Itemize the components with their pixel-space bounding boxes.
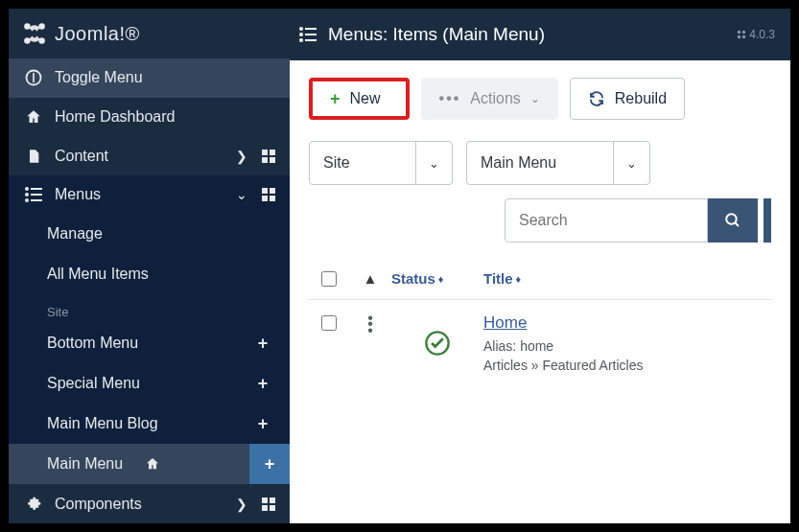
- chevron-right-icon: ❯: [236, 497, 247, 512]
- filter-options-button[interactable]: [764, 198, 771, 243]
- list-icon: [22, 187, 45, 202]
- search-button[interactable]: [708, 198, 758, 243]
- sort-icon: ♦: [516, 273, 522, 285]
- toggle-menu[interactable]: Toggle Menu: [9, 58, 290, 98]
- svg-rect-17: [270, 188, 275, 194]
- svg-line-35: [735, 222, 739, 226]
- table-header: ▲ Status ♦ Title ♦: [309, 258, 771, 300]
- joomla-logo-icon: [22, 21, 47, 46]
- svg-rect-25: [305, 28, 317, 30]
- chevron-down-icon: ⌄: [613, 142, 649, 184]
- svg-point-24: [299, 27, 303, 31]
- menu-select[interactable]: Main Menu ⌄: [466, 141, 650, 185]
- brand[interactable]: Joomla!®: [9, 9, 290, 58]
- plus-icon: +: [330, 90, 341, 107]
- sidebar-item-menus[interactable]: Menus ⌄: [9, 175, 290, 215]
- svg-point-12: [25, 193, 29, 197]
- filter-bar: Site ⌄ Main Menu ⌄: [290, 133, 790, 185]
- search-row: [290, 185, 790, 243]
- client-select[interactable]: Site ⌄: [309, 141, 453, 185]
- home-icon: [22, 108, 45, 126]
- submenu-main-menu-blog[interactable]: Main Menu Blog +: [9, 404, 290, 444]
- add-icon[interactable]: +: [249, 410, 276, 437]
- topbar: Menus: Items (Main Menu) 4.0.3: [290, 9, 790, 60]
- refresh-icon: [588, 90, 605, 107]
- svg-rect-11: [31, 188, 42, 190]
- svg-point-30: [738, 31, 740, 34]
- svg-rect-6: [262, 150, 268, 155]
- svg-rect-8: [262, 157, 268, 163]
- svg-rect-22: [262, 505, 268, 511]
- svg-point-33: [742, 35, 745, 38]
- submenu-manage[interactable]: Manage: [9, 214, 290, 254]
- list-icon: [297, 27, 318, 42]
- rebuild-button[interactable]: Rebuild: [570, 78, 685, 120]
- submenu-bottom-menu[interactable]: Bottom Menu +: [9, 323, 290, 363]
- grid-icon[interactable]: [261, 149, 276, 164]
- svg-point-34: [726, 214, 737, 224]
- svg-rect-21: [270, 497, 275, 503]
- svg-rect-20: [262, 497, 268, 503]
- sidebar-item-components[interactable]: Components ❯: [9, 484, 290, 523]
- svg-rect-15: [31, 199, 42, 201]
- file-icon: [22, 148, 45, 165]
- submenu-main-menu[interactable]: Main Menu +: [9, 444, 290, 484]
- svg-rect-27: [305, 34, 317, 35]
- submenu-heading-site: Site: [9, 294, 290, 323]
- svg-rect-23: [270, 505, 275, 511]
- svg-point-10: [25, 187, 29, 191]
- order-column[interactable]: ▲: [349, 270, 391, 287]
- grid-icon[interactable]: [261, 187, 276, 202]
- menus-submenu: Manage All Menu Items Site Bottom Menu +…: [9, 214, 290, 484]
- table-row: ••• Home Alias: home Articles » Featured…: [309, 300, 771, 386]
- submenu-all-menu-items[interactable]: All Menu Items: [9, 254, 290, 294]
- chevron-right-icon: ❯: [236, 149, 247, 164]
- svg-rect-19: [270, 196, 275, 201]
- chevron-down-icon: ⌄: [236, 187, 247, 202]
- status-header[interactable]: Status ♦: [391, 270, 483, 287]
- add-icon[interactable]: +: [249, 370, 276, 397]
- svg-rect-5: [33, 73, 35, 82]
- toolbar: + New ••• Actions ⌄ Rebuild: [290, 60, 790, 133]
- select-all-checkbox[interactable]: [321, 271, 337, 287]
- svg-rect-18: [262, 196, 268, 201]
- add-icon[interactable]: +: [249, 444, 290, 484]
- search-input[interactable]: [505, 198, 708, 243]
- svg-rect-7: [270, 150, 275, 155]
- brand-text: Joomla!®: [55, 23, 140, 45]
- drag-handle-icon[interactable]: •••: [367, 315, 373, 373]
- svg-point-14: [25, 198, 29, 202]
- grid-icon[interactable]: [261, 497, 276, 512]
- add-icon[interactable]: +: [249, 330, 276, 357]
- svg-rect-13: [31, 194, 42, 196]
- title-header[interactable]: Title ♦: [483, 270, 771, 287]
- sidebar: Joomla!® Toggle Menu Home Dashboard Cont…: [9, 9, 290, 523]
- row-title-link[interactable]: Home: [483, 313, 771, 333]
- sort-icon: ♦: [438, 273, 444, 285]
- row-checkbox[interactable]: [321, 315, 337, 331]
- sidebar-item-content[interactable]: Content ❯: [9, 136, 290, 175]
- svg-rect-16: [262, 188, 268, 194]
- submenu-special-menu[interactable]: Special Menu +: [9, 363, 290, 404]
- ellipsis-icon: •••: [439, 90, 461, 107]
- chevron-down-icon: ⌄: [530, 92, 540, 105]
- chevron-down-icon: ⌄: [415, 142, 452, 184]
- row-path: Articles » Featured Articles: [483, 358, 771, 373]
- svg-point-28: [299, 38, 303, 42]
- actions-button[interactable]: ••• Actions ⌄: [421, 78, 558, 120]
- svg-rect-9: [270, 157, 275, 163]
- sidebar-item-home-dashboard[interactable]: Home Dashboard: [9, 98, 290, 137]
- svg-point-1: [38, 23, 45, 30]
- version-badge: 4.0.3: [737, 28, 775, 41]
- row-alias: Alias: home: [483, 338, 771, 354]
- svg-point-31: [742, 31, 745, 34]
- svg-rect-29: [305, 39, 317, 41]
- svg-point-32: [738, 35, 740, 38]
- svg-point-26: [299, 33, 303, 36]
- published-icon[interactable]: [424, 330, 451, 357]
- items-table: ▲ Status ♦ Title ♦ •••: [290, 243, 790, 386]
- puzzle-icon: [22, 496, 45, 513]
- page-title: Menus: Items (Main Menu): [328, 24, 737, 45]
- new-button[interactable]: + New: [309, 78, 410, 120]
- main-content: Menus: Items (Main Menu) 4.0.3 + New •••…: [290, 9, 790, 523]
